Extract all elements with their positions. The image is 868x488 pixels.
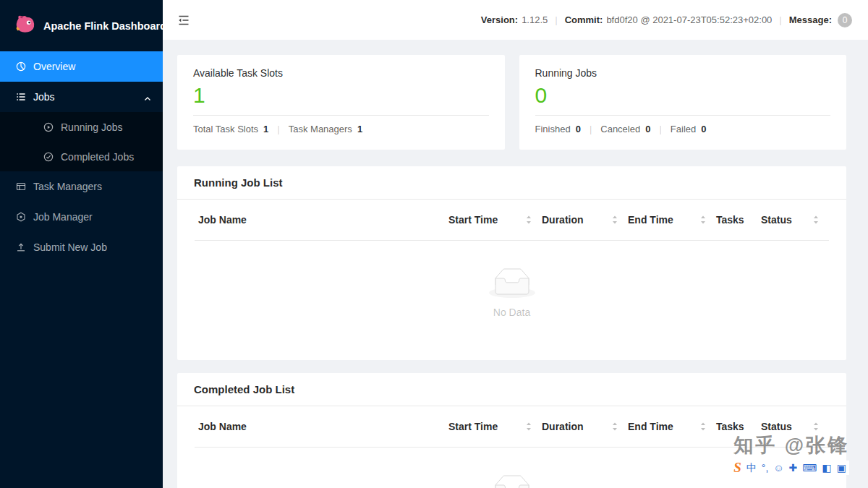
stat-label: Canceled: [600, 124, 640, 134]
sidebar-menu: Overview Jobs Running Jobs: [0, 51, 163, 262]
menu-fold-icon[interactable]: [178, 14, 190, 26]
sidebar-item-job-manager[interactable]: Job Manager: [0, 202, 163, 232]
separator: |: [590, 124, 592, 134]
table-header-row: Job Name Start Time Duration End Time: [195, 200, 829, 241]
sidebar-item-overview[interactable]: Overview: [0, 51, 163, 82]
column-label: End Time: [628, 421, 673, 432]
separator: |: [277, 124, 279, 134]
col-header-tasks: Tasks: [716, 214, 761, 226]
sort-carets-icon: [700, 215, 706, 225]
column-label: Status: [761, 421, 792, 432]
col-header-start-time[interactable]: Start Time: [448, 214, 542, 226]
separator: |: [659, 124, 661, 134]
column-label: Duration: [542, 214, 584, 226]
divider: [535, 115, 831, 116]
table-header-row: Job Name Start Time Duration End Time: [195, 406, 829, 448]
column-label: Start Time: [448, 214, 498, 226]
col-header-duration[interactable]: Duration: [542, 421, 628, 432]
column-label: Job Name: [198, 214, 247, 226]
running-job-list-card: Running Job List Job Name Start Time Dur…: [177, 166, 846, 360]
card-title: Running Jobs: [535, 67, 831, 79]
col-header-status[interactable]: Status: [761, 421, 829, 432]
card-footer: Total Task Slots 1 | Task Managers 1: [193, 124, 489, 134]
table-icon: [16, 181, 26, 192]
stat-value: 0: [701, 124, 706, 134]
column-label: Job Name: [198, 421, 247, 432]
stat-value: 0: [576, 124, 581, 134]
running-jobs-card: Running Jobs 0 Finished 0 | Canceled 0 |…: [519, 55, 847, 150]
sidebar-item-label: Completed Jobs: [61, 151, 134, 163]
stat-value: 1: [357, 124, 362, 134]
no-data-text: No Data: [493, 307, 530, 318]
version-value: 1.12.5: [522, 14, 548, 25]
sidebar: Apache Flink Dashboard Overview Jobs: [0, 0, 163, 488]
col-header-job-name: Job Name: [195, 214, 448, 226]
completed-job-list-card: Completed Job List Job Name Start Time D…: [177, 373, 846, 488]
upload-icon: [16, 242, 26, 252]
flink-dashboard-app: Apache Flink Dashboard Overview Jobs: [0, 0, 868, 488]
card-title: Available Task Slots: [193, 67, 489, 79]
sidebar-item-label: Submit New Job: [33, 241, 107, 253]
running-job-table: Job Name Start Time Duration End Time: [177, 200, 846, 360]
completed-job-table: Job Name Start Time Duration End Time: [177, 406, 846, 488]
sidebar-item-label: Overview: [33, 61, 75, 72]
dashboard-icon: [16, 61, 26, 72]
column-label: Duration: [542, 421, 584, 432]
sidebar-item-label: Running Jobs: [61, 121, 123, 133]
running-job-list-title: Running Job List: [177, 166, 846, 200]
app-title: Apache Flink Dashboard: [43, 20, 166, 32]
check-circle-icon: [43, 152, 54, 162]
main-area: Version: 1.12.5 | Commit: bfd0f20 @ 2021…: [163, 0, 868, 488]
flink-squirrel-logo-icon: [14, 14, 36, 38]
version-info: Version: 1.12.5 | Commit: bfd0f20 @ 2021…: [481, 13, 852, 27]
empty-box-icon: [489, 475, 535, 488]
sort-carets-icon: [612, 421, 618, 432]
sort-carets-icon: [813, 215, 819, 225]
card-footer: Finished 0 | Canceled 0 | Failed 0: [535, 124, 831, 134]
app-logo: Apache Flink Dashboard: [0, 0, 163, 51]
unordered-list-icon: [16, 92, 26, 102]
running-jobs-value: 0: [535, 82, 831, 109]
sidebar-item-label: Jobs: [33, 91, 55, 103]
sidebar-item-task-managers[interactable]: Task Managers: [0, 171, 163, 202]
sort-carets-icon: [612, 215, 618, 225]
column-label: Tasks: [716, 214, 744, 226]
empty-box-icon: [489, 268, 535, 301]
col-header-status[interactable]: Status: [761, 214, 829, 226]
sort-carets-icon: [700, 421, 706, 432]
sidebar-item-jobs[interactable]: Jobs: [0, 82, 163, 112]
col-header-start-time[interactable]: Start Time: [448, 421, 542, 432]
stat-cards-row: Available Task Slots 1 Total Task Slots …: [177, 55, 846, 150]
col-header-tasks: Tasks: [716, 421, 761, 432]
chevron-up-icon: [144, 93, 151, 105]
top-header: Version: 1.12.5 | Commit: bfd0f20 @ 2021…: [163, 0, 868, 40]
separator: |: [779, 14, 781, 25]
commit-value: bfd0f20 @ 2021-07-23T05:52:23+02:00: [606, 14, 772, 25]
col-header-duration[interactable]: Duration: [542, 214, 628, 226]
separator: |: [555, 14, 557, 25]
empty-state: No Data: [195, 448, 829, 488]
column-label: Status: [761, 214, 792, 226]
available-task-slots-card: Available Task Slots 1 Total Task Slots …: [177, 55, 505, 150]
deployment-unit-icon: [16, 212, 26, 222]
sort-carets-icon: [526, 215, 532, 225]
sidebar-item-running-jobs[interactable]: Running Jobs: [0, 112, 163, 142]
stat-label: Finished: [535, 124, 571, 134]
play-circle-icon: [43, 122, 54, 132]
sidebar-item-completed-jobs[interactable]: Completed Jobs: [0, 142, 163, 171]
sort-carets-icon: [813, 421, 819, 432]
col-header-end-time[interactable]: End Time: [628, 421, 716, 432]
version-label: Version:: [481, 14, 518, 25]
col-header-end-time[interactable]: End Time: [628, 214, 716, 226]
stat-label: Total Task Slots: [193, 124, 258, 134]
stat-value: 0: [645, 124, 650, 134]
sidebar-item-submit-new-job[interactable]: Submit New Job: [0, 232, 163, 262]
column-label: Start Time: [448, 421, 498, 432]
sidebar-item-label: Job Manager: [33, 211, 93, 223]
col-header-job-name: Job Name: [195, 421, 448, 432]
stat-value: 1: [263, 124, 268, 134]
message-count-badge[interactable]: 0: [838, 13, 852, 27]
sidebar-item-label: Task Managers: [33, 181, 102, 192]
completed-job-list-title: Completed Job List: [177, 373, 846, 406]
column-label: Tasks: [716, 421, 744, 432]
